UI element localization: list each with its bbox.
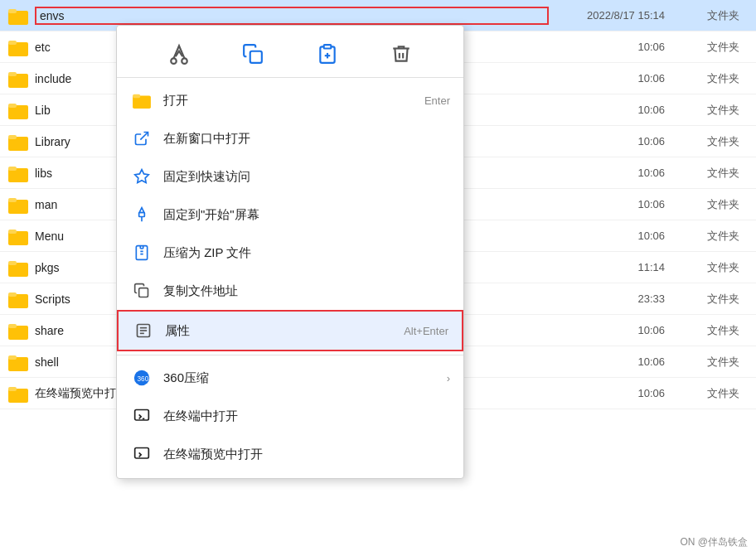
file-date: 10:06 [549,72,681,85]
file-date: 10:06 [549,41,681,53]
file-date: 10:06 [549,230,681,242]
menu-item-zip[interactable]: 压缩为 ZIP 文件 [117,234,463,272]
menu-item-label: 在终端预览中打开 [163,447,450,462]
file-type: 文件夹 [681,71,748,86]
file-date: 10:06 [549,355,681,368]
svg-rect-33 [133,94,140,99]
folder-icon [8,101,28,119]
properties-icon [132,319,155,342]
svg-rect-15 [8,230,17,234]
terminal-preview-icon [130,442,153,466]
copy-button[interactable] [236,37,269,70]
svg-rect-21 [8,324,17,328]
file-date: 10:06 [549,387,681,399]
menu-item-label: 在新窗口中打开 [163,131,450,147]
paste-button[interactable] [311,37,344,70]
svg-rect-3 [8,41,17,45]
file-name: envs [35,7,549,25]
pin-icon [130,203,153,226]
file-date: 23:33 [549,293,681,305]
svg-line-34 [140,133,148,140]
cut-button[interactable] [162,37,196,70]
file-date: 2022/8/17 15:14 [549,9,681,22]
menu-toolbar [117,31,463,78]
menu-item-pin-start[interactable]: 固定到"开始"屏幕 [117,196,463,234]
submenu-arrow-icon: › [447,372,450,384]
menu-item-open[interactable]: 打开Enter [117,81,463,119]
copy-path-icon [130,279,153,302]
folder-icon [8,7,28,25]
menu-item-label: 打开 [163,93,424,109]
file-type: 文件夹 [681,386,748,401]
svg-rect-48 [135,448,149,459]
file-type: 文件夹 [681,323,748,338]
menu-item-terminal[interactable]: 在终端中打开 [117,397,463,435]
folder-icon [8,259,28,277]
folder-open-icon [130,89,153,112]
file-type: 文件夹 [681,166,748,181]
watermark: ON @伴岛铁盒 [680,535,748,549]
folder-icon [8,384,28,403]
zip-icon [130,241,153,264]
svg-rect-1 [8,9,17,13]
menu-item-label: 压缩为 ZIP 文件 [163,245,450,261]
file-type: 文件夹 [681,260,748,275]
svg-rect-39 [139,288,148,297]
menu-item-pin-quick[interactable]: 固定到快速访问 [117,157,463,196]
terminal-icon [130,404,153,428]
external-link-icon [130,127,153,150]
file-type: 文件夹 [681,197,748,212]
file-type: 文件夹 [681,292,748,307]
svg-rect-46 [135,410,149,421]
menu-item-copy-path[interactable]: 复制文件地址 [117,272,463,310]
folder-icon [8,227,28,245]
svg-point-26 [171,58,177,64]
folder-icon [8,70,28,88]
svg-rect-13 [8,198,17,202]
folder-icon [8,133,28,151]
menu-item-label: 复制文件地址 [163,283,450,299]
folder-icon [8,164,28,182]
menu-item-properties[interactable]: 属性Alt+Enter [117,310,463,351]
folder-icon [8,196,28,214]
menu-item-label: 属性 [165,323,404,339]
svg-point-27 [182,58,187,64]
menu-item-open-new-window[interactable]: 在新窗口中打开 [117,119,463,157]
file-date: 10:06 [549,104,681,116]
svg-rect-25 [8,387,17,391]
menu-item-terminal-preview[interactable]: 在终端预览中打开 [117,435,463,473]
file-date: 10:06 [549,167,681,179]
menu-item-label: 360压缩 [163,370,440,386]
svg-text:360: 360 [138,375,149,383]
menu-item-label: 固定到"开始"屏幕 [163,207,450,223]
file-type: 文件夹 [681,8,748,23]
folder-icon [8,322,28,340]
svg-rect-36 [139,213,145,217]
file-type: 文件夹 [681,134,748,149]
menu-item-shortcut: Alt+Enter [404,325,448,337]
file-date: 11:14 [549,261,681,273]
svg-rect-17 [8,261,17,265]
menu-separator [117,355,463,355]
delete-button[interactable] [385,37,418,70]
folder-icon [8,290,28,308]
file-type: 文件夹 [681,229,748,244]
svg-rect-23 [8,355,17,360]
folder-icon [8,38,28,56]
svg-rect-19 [8,293,17,297]
context-menu: 打开Enter在新窗口中打开固定到快速访问固定到"开始"屏幕压缩为 ZIP 文件… [116,25,464,479]
file-date: 10:06 [549,198,681,210]
file-type: 文件夹 [681,40,748,55]
file-date: 10:06 [549,135,681,147]
star-icon [130,165,153,188]
file-type: 文件夹 [681,355,748,370]
menu-item-label: 在终端中打开 [163,409,450,424]
svg-rect-28 [250,51,262,63]
svg-rect-7 [8,104,17,108]
file-date: 10:06 [549,324,681,336]
menu-item-label: 固定到快速访问 [163,169,450,185]
menu-item-shortcut: Enter [424,94,450,107]
menu-item-360zip[interactable]: 360360压缩› [117,359,463,397]
svg-rect-38 [136,246,147,260]
svg-rect-9 [8,135,17,139]
